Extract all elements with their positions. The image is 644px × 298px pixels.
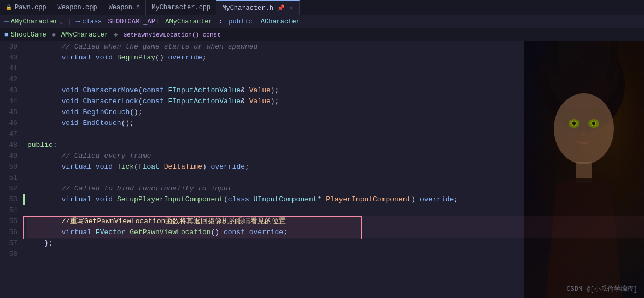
- tab-weapon-cpp[interactable]: Weapon.cpp: [52, 0, 103, 15]
- code-line-52: // Called to bind functionality to input: [27, 183, 644, 194]
- breadcrumb-arrow2: →: [75, 17, 80, 26]
- tab-label: MyCharacter.cpp: [151, 4, 210, 11]
- line-num-57: 57: [0, 238, 23, 249]
- code-line-39: // Called when the game starts or when s…: [27, 41, 644, 52]
- code-line-55: //重写GetPawnViewLocation函数将其返回摄像机的眼睛看见的位置: [27, 216, 644, 227]
- code-line-51: [27, 172, 644, 183]
- code-line-46: void EndCtouch();: [27, 118, 644, 129]
- colon-sep: :: [215, 18, 227, 26]
- line-num-41: 41: [0, 63, 23, 74]
- tab-mycharacter-cpp[interactable]: MyCharacter.cpp: [146, 0, 216, 15]
- green-line-indicator: [23, 194, 25, 205]
- parent-class: ACharacter: [261, 18, 300, 26]
- api-macro: SHOOTGAME_API: [104, 18, 163, 26]
- code-line-47: [27, 129, 644, 140]
- pin-icon: 📌: [277, 4, 285, 11]
- close-icon[interactable]: ✕: [290, 4, 294, 11]
- tab-mycharacter-h[interactable]: MyCharacter.h 📌 ✕: [216, 0, 299, 15]
- info-sep2: ◆: [114, 31, 118, 39]
- code-content: // Called when the game starts or when s…: [23, 41, 644, 298]
- tab-pawn-cpp[interactable]: 🔒 Pawn.cpp: [0, 0, 52, 15]
- code-line-44: void CharacterLook(const FInputActionVal…: [27, 96, 644, 107]
- code-line-58: [27, 249, 644, 260]
- code-line-41: [27, 63, 644, 74]
- info-method: GetPawnViewLocation() const: [124, 32, 221, 38]
- editor-area: 39 40 41 42 43 44 45 46 47 48 49 50 51 5…: [0, 41, 644, 298]
- keyword-class: class: [82, 18, 102, 26]
- space: [255, 18, 259, 26]
- line-num-45: 45: [0, 107, 23, 118]
- line-numbers: 39 40 41 42 43 44 45 46 47 48 49 50 51 5…: [0, 41, 23, 298]
- code-line-53: virtual void SetupPlayerInputComponent(c…: [27, 194, 644, 205]
- line-num-49: 49: [0, 151, 23, 162]
- separator: |: [67, 18, 71, 26]
- code-line-40: virtual void BeginPlay() override;: [27, 52, 644, 63]
- breadcrumb-top: → AMyCharacter ⌄ | → class SHOOTGAME_API…: [0, 15, 644, 28]
- info-sep1: ◆: [52, 31, 56, 39]
- line-num-39: 39: [0, 41, 23, 52]
- info-arrow1: ■: [4, 31, 9, 39]
- line-num-42: 42: [0, 74, 23, 85]
- line-num-53: 53: [0, 194, 23, 205]
- line-num-55: 55: [0, 216, 23, 227]
- code-line-42: [27, 74, 644, 85]
- line-num-51: 51: [0, 172, 23, 183]
- line-num-58: 58: [0, 249, 23, 260]
- line-num-50: 50: [0, 162, 23, 172]
- chevron-down-icon: ⌄: [60, 19, 63, 25]
- tab-label: Pawn.cpp: [15, 4, 46, 11]
- code-line-54: [27, 205, 644, 216]
- tab-weapon-h[interactable]: Weapon.h: [103, 0, 147, 15]
- line-num-54: 54: [0, 205, 23, 216]
- code-line-56: virtual FVector GetPawnViewLocation() co…: [27, 227, 644, 238]
- tab-bar: 🔒 Pawn.cpp Weapon.cpp Weapon.h MyCharact…: [0, 0, 644, 15]
- line-num-46: 46: [0, 118, 23, 129]
- line-num-47: 47: [0, 129, 23, 140]
- public-keyword: public: [229, 18, 252, 26]
- breadcrumb-arrow: →: [4, 17, 9, 26]
- class-decl-name: AMyCharacter: [165, 18, 212, 26]
- code-line-48: public:: [27, 140, 644, 151]
- code-line-45: void BeginCrouch();: [27, 107, 644, 118]
- line-num-52: 52: [0, 183, 23, 194]
- line-num-43: 43: [0, 85, 23, 96]
- lock-icon: 🔒: [5, 4, 12, 11]
- tab-label: Weapon.cpp: [58, 4, 97, 11]
- class-name-label: AMyCharacter: [11, 18, 58, 26]
- info-bar: ■ ShootGame ◆ AMyCharacter ◆ GetPawnView…: [0, 28, 644, 41]
- line-num-44: 44: [0, 96, 23, 107]
- tab-label: Weapon.h: [109, 4, 140, 11]
- info-class-name: AMyCharacter: [61, 31, 108, 39]
- line-num-48: 48: [0, 140, 23, 151]
- line-num-56: 56: [0, 227, 23, 238]
- code-line-49: // Called every frame: [27, 151, 644, 162]
- tab-label: MyCharacter.h: [222, 4, 273, 12]
- code-line-57: };: [27, 238, 644, 249]
- class-selector[interactable]: AMyCharacter ⌄: [11, 18, 63, 26]
- project-name: ShootGame: [11, 31, 46, 39]
- code-line-43: void CharacterMove(const FInputActionVal…: [27, 85, 644, 96]
- code-line-50: virtual void Tick(float DeltaTime) overr…: [27, 162, 644, 172]
- line-num-40: 40: [0, 52, 23, 63]
- watermark: CSDN @[小瓜偷学编程]: [566, 284, 637, 294]
